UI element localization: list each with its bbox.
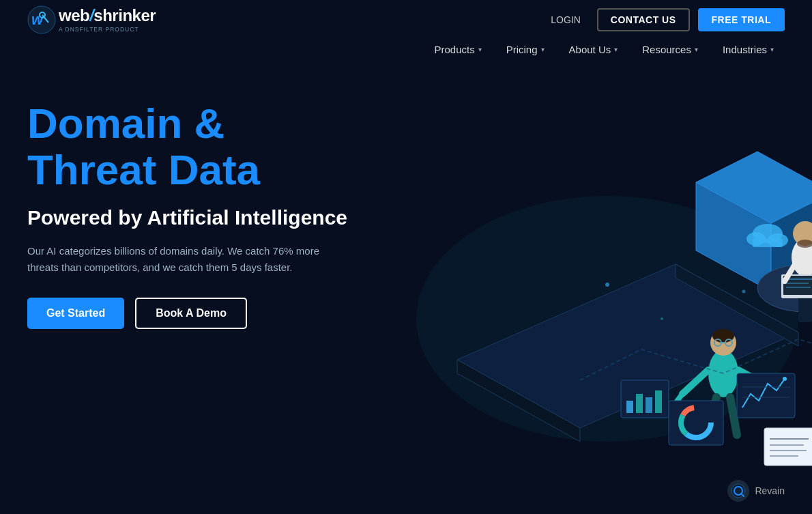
nav-pricing-label: Pricing (506, 44, 538, 55)
logo-text-block: web/shrinker A DNSFilter Product (59, 7, 156, 32)
svg-text:w: w (31, 11, 44, 28)
free-trial-button[interactable]: FREE TRIAL (698, 8, 785, 31)
nav-item-products[interactable]: Products ▾ (423, 40, 492, 59)
chevron-down-icon: ▾ (541, 46, 545, 53)
hero-illustration (334, 46, 812, 514)
svg-point-73 (605, 283, 609, 287)
hero-title-line2: Threat Data (27, 146, 260, 193)
nav-industries-label: Industries (723, 44, 767, 55)
svg-rect-57 (655, 390, 662, 413)
contact-button[interactable]: CONTACT US (597, 8, 690, 31)
logo-tagline: A DNSFilter Product (59, 26, 156, 33)
hero-content: Domain & Threat Data Powered by Artifici… (27, 87, 347, 329)
hero-description: Our AI categorizes billions of domains d… (27, 243, 341, 276)
book-demo-button[interactable]: Book A Demo (135, 298, 247, 329)
svg-rect-56 (646, 397, 652, 413)
nav-item-industries[interactable]: Industries ▾ (712, 40, 785, 59)
header: w web/shrinker A DNSFilter Product LOGIN… (0, 0, 812, 40)
revain-icon (727, 480, 749, 502)
get-started-button[interactable]: Get Started (27, 298, 124, 329)
svg-point-46 (783, 377, 787, 381)
svg-rect-14 (753, 239, 783, 247)
chevron-down-icon: ▾ (695, 46, 698, 53)
nav-resources-label: Resources (642, 44, 691, 55)
hero-subtitle: Powered by Artificial Intelligence (27, 204, 347, 231)
svg-rect-54 (626, 401, 633, 413)
svg-rect-58 (764, 428, 812, 466)
hero-buttons: Get Started Book A Demo (27, 298, 347, 329)
svg-rect-55 (636, 394, 643, 413)
nav-products-label: Products (434, 44, 474, 55)
nav-item-resources[interactable]: Resources ▾ (631, 40, 709, 59)
chevron-down-icon: ▾ (478, 46, 482, 53)
hero-title-line1: Domain & (27, 100, 224, 147)
svg-point-75 (742, 290, 746, 294)
logo-name: web/shrinker (59, 7, 156, 25)
nav-item-pricing[interactable]: Pricing ▾ (495, 40, 555, 59)
logo[interactable]: w web/shrinker A DNSFilter Product (27, 5, 156, 34)
hero-section: Domain & Threat Data Powered by Artifici… (0, 66, 812, 505)
chevron-down-icon: ▾ (614, 46, 618, 53)
svg-point-74 (661, 317, 663, 320)
login-button[interactable]: LOGIN (542, 10, 589, 29)
hero-title: Domain & Threat Data (27, 100, 347, 193)
revain-label: Revain (755, 485, 785, 496)
nav-about-label: About Us (569, 44, 611, 55)
logo-icon: w (27, 5, 56, 34)
header-right: LOGIN CONTACT US FREE TRIAL (542, 8, 785, 31)
revain-badge: Revain (727, 480, 785, 502)
chevron-down-icon: ▾ (770, 46, 774, 53)
nav-item-about[interactable]: About Us ▾ (558, 40, 629, 59)
navigation: Products ▾ Pricing ▾ About Us ▾ Resource… (0, 40, 812, 66)
